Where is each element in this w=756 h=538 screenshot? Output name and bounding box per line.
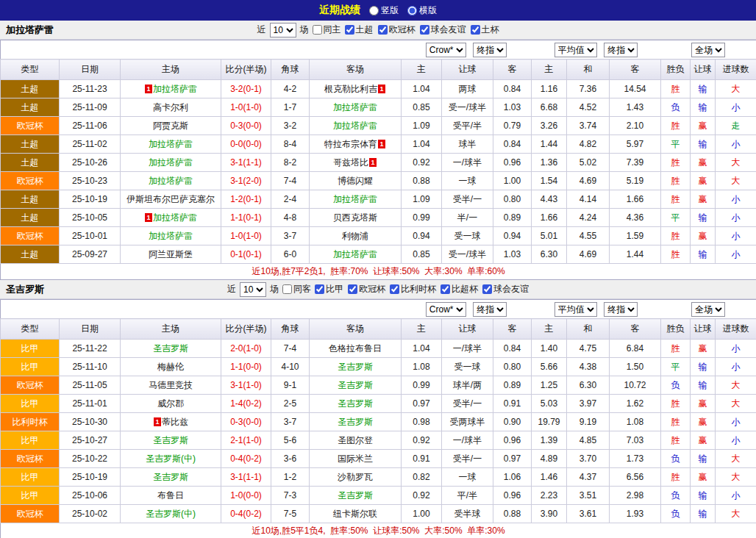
match-score: 2-1(1-0) <box>221 431 271 450</box>
euro-odds-average-select[interactable]: 平均值 <box>554 43 597 57</box>
asian-handicap: 球半/两 <box>442 376 493 395</box>
games-label: 场 <box>270 283 279 295</box>
league-filter-checkbox[interactable] <box>441 284 450 294</box>
column-header: 客 <box>610 60 661 80</box>
away-team-name[interactable]: 圣吉罗斯 <box>338 398 373 409</box>
league-filter[interactable]: 土超 <box>345 24 374 36</box>
away-team-name[interactable]: 色格拉布鲁日 <box>329 343 382 354</box>
same-venue-checkbox[interactable] <box>282 284 292 294</box>
layout-vertical-radio[interactable] <box>369 6 379 15</box>
league-filter[interactable]: 比超杯 <box>441 283 478 295</box>
away-team-name[interactable]: 圣吉罗斯 <box>338 490 373 501</box>
away-team-name[interactable]: 纽卡斯尔联 <box>333 509 377 519</box>
euro-draw-odds: 4.69 <box>567 245 610 264</box>
home-team-name[interactable]: 蒂比兹 <box>162 417 188 427</box>
away-team-name[interactable]: 圣吉罗斯 <box>338 417 373 427</box>
home-team-name[interactable]: 伊斯坦布尔巴萨克塞尔 <box>126 194 215 204</box>
scope-select[interactable]: 全场 <box>691 302 725 317</box>
scope-select[interactable]: 全场 <box>691 43 725 57</box>
column-header: 让球 <box>442 60 493 80</box>
result-handicap: 输 <box>691 450 716 468</box>
asian-odds-stage-select[interactable]: 终指 <box>473 302 507 317</box>
league-filter[interactable]: 比甲 <box>315 283 343 295</box>
league-filter-checkbox[interactable] <box>390 284 399 294</box>
league-filter-checkbox[interactable] <box>482 284 492 294</box>
away-team-name[interactable]: 哥兹塔比 <box>333 157 368 168</box>
home-team-name[interactable]: 加拉塔萨雷 <box>153 84 197 94</box>
away-team-name[interactable]: 加拉塔萨雷 <box>333 121 377 131</box>
away-team-name[interactable]: 国际米兰 <box>338 453 373 464</box>
result-goals: 大 <box>716 450 756 468</box>
away-team-name[interactable]: 贝西克塔斯 <box>333 212 377 223</box>
layout-horizontal-radio[interactable] <box>407 6 417 15</box>
league-filter-checkbox[interactable] <box>471 25 480 35</box>
away-team-name[interactable]: 加拉塔萨雷 <box>333 102 377 112</box>
home-team-name[interactable]: 加拉塔萨雷 <box>153 212 197 223</box>
match-date: 25-11-01 <box>60 395 121 413</box>
away-team-name[interactable]: 加拉塔萨雷 <box>333 194 377 204</box>
asian-odds-company-select[interactable]: Crow* <box>426 43 466 57</box>
home-team-name[interactable]: 梅赫伦 <box>157 362 184 372</box>
league-filter-checkbox[interactable] <box>345 25 354 35</box>
away-team-name[interactable]: 特拉布宗体育 <box>324 139 377 149</box>
home-team-name[interactable]: 圣吉罗斯 <box>153 435 188 445</box>
home-team-name[interactable]: 圣吉罗斯 <box>153 343 188 354</box>
home-team-name[interactable]: 阿贾克斯 <box>153 121 188 131</box>
home-team-name[interactable]: 加拉塔萨雷 <box>149 231 193 241</box>
away-team-name[interactable]: 博德闪耀 <box>338 176 373 186</box>
home-team-name[interactable]: 圣吉罗斯(中) <box>146 453 196 464</box>
home-team-name[interactable]: 加拉塔萨雷 <box>149 157 193 168</box>
result-goals: 小 <box>716 340 756 358</box>
league-filter[interactable]: 比利时杯 <box>390 283 436 295</box>
home-team-name[interactable]: 圣吉罗斯 <box>153 472 188 482</box>
asian-away-odds: 0.96 <box>493 487 532 505</box>
league-filter-checkbox[interactable] <box>420 25 429 35</box>
league-filter-checkbox[interactable] <box>315 284 324 294</box>
asian-away-odds: 0.97 <box>493 450 532 468</box>
away-team-name[interactable]: 圣吉罗斯 <box>338 362 373 372</box>
away-team-name[interactable]: 根克勒比利吉 <box>324 84 377 94</box>
layout-vertical-option[interactable]: 竖版 <box>369 4 399 17</box>
home-team-name[interactable]: 威尔郡 <box>157 398 184 409</box>
league-filter[interactable]: 欧冠杯 <box>378 24 416 36</box>
home-team-name[interactable]: 布鲁日 <box>157 490 184 501</box>
asian-home-odds: 0.92 <box>402 154 442 172</box>
away-team-name[interactable]: 圣吉罗斯 <box>338 380 373 390</box>
asian-odds-company-select[interactable]: Crow* <box>426 302 466 317</box>
away-team-name[interactable]: 加拉塔萨雷 <box>333 249 377 259</box>
home-team-name[interactable]: 马德里竞技 <box>149 380 193 390</box>
match-count-select[interactable]: 10 <box>270 23 296 37</box>
same-venue-filter[interactable]: 同主 <box>313 24 341 36</box>
league-filter-checkbox[interactable] <box>378 25 388 35</box>
match-count-select[interactable]: 10 <box>240 282 266 297</box>
asian-odds-stage-select[interactable]: 终指 <box>473 43 507 57</box>
euro-draw-odds: 9.19 <box>567 413 610 431</box>
asian-handicap: 平/半 <box>442 487 493 505</box>
column-header: 比分(半场) <box>221 319 271 340</box>
euro-odds-average-select[interactable]: 平均值 <box>554 302 597 317</box>
home-team-name[interactable]: 阿兰亚斯堡 <box>149 249 193 259</box>
league-filter[interactable]: 球会友谊 <box>420 24 466 36</box>
home-team-name[interactable]: 圣吉罗斯(中) <box>146 509 196 519</box>
home-team-name[interactable]: 加拉塔萨雷 <box>149 139 193 149</box>
asian-away-odds: 0.84 <box>493 340 532 358</box>
away-team-name[interactable]: 利物浦 <box>342 231 368 241</box>
euro-home-odds: 6.30 <box>532 245 567 264</box>
same-venue-filter[interactable]: 同客 <box>282 283 311 295</box>
match-score: 1-0(0-0) <box>221 487 271 505</box>
same-venue-checkbox[interactable] <box>313 25 322 35</box>
league-filter[interactable]: 土杯 <box>471 24 499 36</box>
away-team-name[interactable]: 沙勒罗瓦 <box>338 472 373 482</box>
layout-horizontal-option[interactable]: 横版 <box>407 4 437 17</box>
away-team-name[interactable]: 圣图尔登 <box>338 435 373 445</box>
league-badge: 欧冠杯 <box>1 450 60 468</box>
match-score: 1-0(1-0) <box>221 98 271 117</box>
league-filter[interactable]: 欧冠杯 <box>348 283 385 295</box>
home-team-name[interactable]: 高卡尔利 <box>153 102 188 112</box>
euro-odds-stage-select[interactable]: 终指 <box>604 43 638 57</box>
home-team-name[interactable]: 加拉塔萨雷 <box>149 176 193 186</box>
euro-odds-stage-select[interactable]: 终指 <box>604 302 638 317</box>
league-filter-checkbox[interactable] <box>348 284 357 294</box>
away-team: 利物浦 <box>310 227 402 245</box>
league-filter[interactable]: 球会友谊 <box>482 283 529 295</box>
